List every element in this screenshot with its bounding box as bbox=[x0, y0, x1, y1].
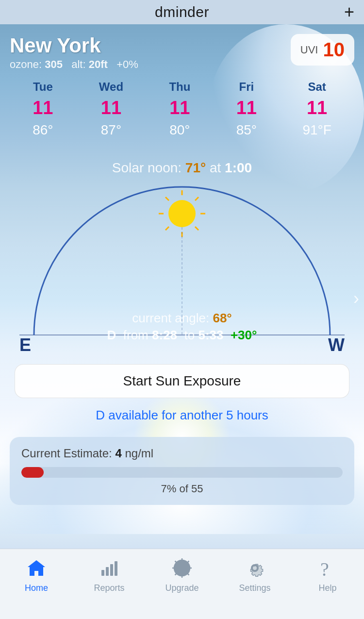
tab-settings[interactable]: Settings bbox=[218, 556, 291, 593]
home-icon bbox=[24, 556, 49, 580]
svg-line-21 bbox=[175, 561, 178, 564]
tab-upgrade-label: Upgrade bbox=[165, 583, 199, 593]
day-name: Wed bbox=[99, 80, 123, 94]
app-title: dminder bbox=[155, 4, 209, 20]
location-section: New York ozone: 305 alt: 20ft +0% bbox=[10, 34, 138, 71]
day-temp: 87° bbox=[101, 122, 121, 138]
uvi-badge: UVI 10 bbox=[291, 34, 354, 66]
start-sun-exposure-button[interactable]: Start Sun Exposure bbox=[15, 364, 349, 398]
forecast-day-tue: Tue 11 86° bbox=[33, 80, 53, 138]
day-name: Fri bbox=[239, 80, 254, 94]
reports-icon bbox=[97, 556, 121, 580]
svg-text:?: ? bbox=[320, 558, 329, 579]
city-name: New York bbox=[10, 34, 138, 57]
svg-point-1 bbox=[168, 200, 196, 227]
day-uvi: 11 bbox=[236, 98, 257, 118]
estimate-card: Current Estimate: 4 ng/ml 7% of 55 bbox=[10, 437, 354, 505]
tab-upgrade[interactable]: Upgrade bbox=[146, 556, 218, 593]
day-uvi: 11 bbox=[169, 98, 190, 118]
svg-rect-14 bbox=[115, 561, 117, 576]
svg-line-3 bbox=[195, 197, 199, 201]
svg-rect-12 bbox=[106, 567, 109, 576]
upgrade-icon bbox=[170, 556, 194, 580]
svg-line-24 bbox=[175, 573, 178, 575]
svg-line-22 bbox=[187, 573, 189, 575]
forecast-day-thu: Thu 11 80° bbox=[169, 80, 190, 138]
day-temp: 80° bbox=[169, 122, 190, 138]
svg-line-9 bbox=[165, 197, 169, 201]
tab-reports-label: Reports bbox=[94, 583, 124, 593]
svg-line-23 bbox=[187, 561, 189, 564]
day-name: Sat bbox=[308, 80, 326, 94]
tab-home-label: Home bbox=[25, 583, 48, 593]
day-name: Thu bbox=[169, 80, 190, 94]
solar-noon-text: Solar noon: 71° at 1:00 bbox=[112, 160, 252, 175]
svg-rect-13 bbox=[110, 564, 113, 576]
svg-line-5 bbox=[195, 227, 199, 230]
main-content: New York ozone: 305 alt: 20ft +0% UVI 10… bbox=[0, 24, 364, 573]
settings-icon bbox=[243, 556, 267, 580]
svg-point-16 bbox=[181, 567, 183, 569]
forecast-day-fri: Fri 11 85° bbox=[236, 80, 257, 138]
svg-rect-11 bbox=[101, 570, 104, 576]
estimate-label: Current Estimate: 4 ng/ml bbox=[21, 447, 343, 460]
help-icon: ? bbox=[315, 556, 340, 580]
add-button[interactable]: + bbox=[344, 2, 354, 22]
forecast-day-sat: Sat 11 91°F bbox=[302, 80, 331, 138]
progress-bar-fill bbox=[21, 467, 44, 478]
current-angle-text: current angle: 68° bbox=[0, 311, 364, 326]
solar-noon: Solar noon: 71° at 1:00 bbox=[0, 160, 364, 176]
header-bar: dminder + bbox=[0, 0, 364, 24]
d-available-text: D available for another 5 hours bbox=[0, 408, 364, 423]
uvi-value: 10 bbox=[323, 39, 345, 61]
location-details: ozone: 305 alt: 20ft +0% bbox=[10, 58, 138, 71]
day-uvi: 11 bbox=[307, 98, 327, 118]
day-temp: 91°F bbox=[302, 122, 331, 138]
forecast-section: Tue 11 86° Wed 11 87° Thu 11 80° Fri 11 … bbox=[0, 80, 364, 138]
tab-reports[interactable]: Reports bbox=[73, 556, 146, 593]
tab-help-label: Help bbox=[318, 583, 336, 593]
progress-bar-container bbox=[21, 467, 343, 478]
uvi-label: UVI bbox=[300, 44, 318, 56]
day-temp: 86° bbox=[33, 122, 53, 138]
daylight-info: D from 8:28 to 5:33 +30° bbox=[0, 328, 364, 343]
svg-line-7 bbox=[165, 227, 169, 230]
tab-home[interactable]: Home bbox=[0, 556, 73, 593]
tab-help[interactable]: ? Help bbox=[291, 556, 364, 593]
day-name: Tue bbox=[33, 80, 53, 94]
day-uvi: 11 bbox=[101, 98, 121, 118]
forecast-day-wed: Wed 11 87° bbox=[99, 80, 123, 138]
tab-settings-label: Settings bbox=[239, 583, 270, 593]
chevron-right-icon[interactable]: › bbox=[353, 288, 359, 309]
day-temp: 85° bbox=[236, 122, 257, 138]
angle-info: current angle: 68° D from 8:28 to 5:33 +… bbox=[0, 311, 364, 343]
day-uvi: 11 bbox=[33, 98, 53, 118]
progress-text: 7% of 55 bbox=[21, 483, 343, 495]
tab-bar: Home Reports bbox=[0, 549, 364, 619]
